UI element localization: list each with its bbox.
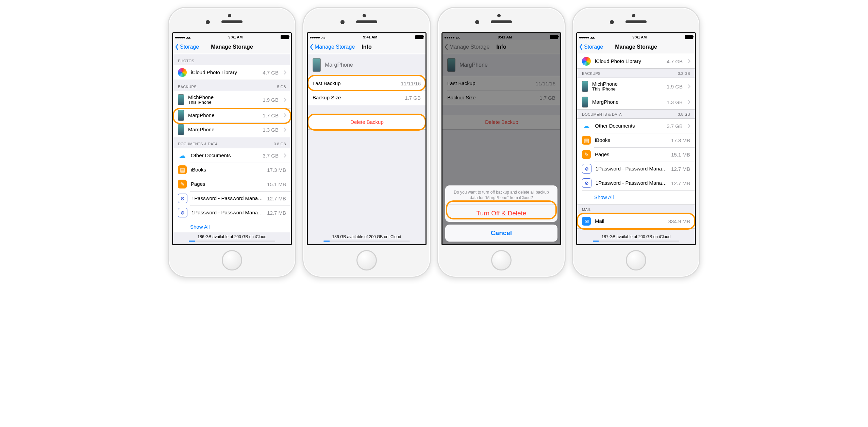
photos-icon (178, 68, 187, 77)
phone-icon (178, 124, 184, 135)
screen-1: 9:41 AM Storage Manage Storage PHOTOS iC… (172, 32, 292, 245)
photos-icon (582, 57, 591, 66)
row-icloud-photo-library[interactable]: iCloud Photo Library 4.7 GB (577, 54, 695, 68)
chevron-right-icon (283, 127, 287, 132)
section-mail-header: MAIL (582, 208, 591, 212)
docs-row-other[interactable]: ☁ Other Documents 3.7 GB (173, 148, 291, 163)
ibooks-icon: ▤ (178, 165, 187, 174)
row-backup-size: Backup Size 1.7 GB (308, 91, 425, 105)
status-time: 9:41 AM (229, 35, 243, 39)
status-bar: 9:41 AM (173, 33, 291, 40)
phone-icon (178, 94, 184, 105)
onepassword-icon: ⊘ (178, 194, 187, 203)
content-1: PHOTOS iCloud Photo Library 4.7 GB BACKU… (173, 54, 291, 244)
onepassword-icon: ⊘ (178, 208, 187, 217)
page-title: Manage Storage (211, 44, 253, 50)
signal-icon (175, 35, 185, 39)
chevron-left-icon (579, 44, 583, 50)
status-bar: 9:41 AM (308, 33, 425, 40)
chevron-right-icon (687, 100, 691, 104)
chevron-right-icon (283, 113, 287, 118)
mail-icon: ✉ (582, 217, 591, 226)
phone-icon (313, 58, 321, 72)
status-time: 9:41 AM (363, 35, 378, 39)
phone-icon (178, 110, 184, 121)
backup-row-margphone-1[interactable]: MargPhone 1.7 GB (173, 108, 291, 122)
sheet-message: Do you want to turn off backup and delet… (445, 185, 557, 205)
section-backups-size: 5 GB (277, 85, 286, 89)
section-backups-header: BACKUPS (178, 85, 197, 89)
navbar: Storage Manage Storage (173, 40, 291, 54)
docs-row-1password-a[interactable]: ⊘ 1Password - Password Manager an... 12.… (173, 191, 291, 206)
device-frame-1: 9:41 AM Storage Manage Storage PHOTOS iC… (168, 7, 296, 278)
chevron-right-icon (283, 97, 287, 102)
section-docs-size: 3.8 GB (678, 112, 690, 116)
onepassword-icon: ⊘ (582, 164, 591, 174)
phone-icon (582, 81, 588, 92)
section-docs-size: 3.8 GB (274, 142, 286, 146)
docs-row-1password-b[interactable]: ⊘ 1Password - Password Manager an... 12.… (173, 206, 291, 220)
screen-3: 9:41 AM Manage Storage Info MargPhone La… (441, 32, 561, 245)
onepassword-icon: ⊘ (582, 178, 591, 188)
battery-icon (281, 35, 289, 39)
backup-row-margphone[interactable]: MargPhone 1.3 GB (577, 95, 695, 109)
cloud-icon: ☁ (178, 151, 187, 160)
chevron-right-icon (283, 70, 287, 75)
pages-icon: ✎ (582, 150, 591, 159)
page-title: Info (362, 44, 371, 50)
chevron-right-icon (687, 59, 691, 64)
chevron-right-icon (283, 153, 287, 158)
device-frame-3: 9:41 AM Manage Storage Info MargPhone La… (437, 7, 566, 278)
storage-footer: 187 GB available of 200 GB on iCloud (577, 232, 695, 244)
delete-backup-button[interactable]: Delete Backup (308, 115, 425, 129)
page-title: Manage Storage (615, 44, 657, 50)
mail-row[interactable]: ✉ Mail 334.9 MB (577, 214, 695, 228)
show-all-button[interactable]: Show All (577, 190, 695, 204)
row-last-backup: Last Backup 11/11/16 (308, 76, 425, 91)
show-all-button[interactable]: Show All (173, 220, 291, 234)
back-button[interactable]: Storage (579, 40, 603, 54)
turn-off-delete-button[interactable]: Turn Off & Delete (445, 205, 557, 222)
wifi-icon (186, 36, 190, 39)
home-button[interactable] (222, 250, 242, 270)
storage-footer: 186 GB available of 200 GB on iCloud (308, 232, 425, 244)
docs-row-ibooks[interactable]: ▤ iBooks 17.3 MB (173, 163, 291, 177)
backup-row-michphone[interactable]: MichPhoneThis iPhone 1.9 GB (173, 91, 291, 108)
section-backups-header: BACKUPS (582, 71, 601, 76)
device-header: MargPhone (308, 54, 425, 76)
pages-icon: ✎ (178, 180, 187, 188)
home-button[interactable] (491, 250, 512, 270)
device-frame-4: 9:41 AM Storage Manage Storage iCloud Ph… (572, 7, 700, 278)
home-button[interactable] (356, 250, 377, 270)
section-docs-header: DOCUMENTS & DATA (582, 112, 622, 116)
status-time: 9:41 AM (633, 35, 647, 39)
docs-row-ibooks[interactable]: ▤ iBooks17.3 MB (577, 133, 695, 147)
backup-row-margphone-2[interactable]: MargPhone 1.3 GB (173, 122, 291, 137)
row-icloud-photo-library[interactable]: iCloud Photo Library 4.7 GB (173, 65, 291, 80)
screen-4: 9:41 AM Storage Manage Storage iCloud Ph… (576, 32, 696, 245)
device-frame-2: 9:41 AM Manage Storage Info MargPhone La… (302, 7, 431, 278)
section-backups-size: 3.2 GB (678, 71, 690, 76)
docs-row-1password-a[interactable]: ⊘ 1Password - Password Manager an...12.7… (577, 162, 695, 176)
docs-row-pages[interactable]: ✎ Pages15.1 MB (577, 147, 695, 162)
section-photos-header: PHOTOS (178, 59, 194, 63)
screen-2: 9:41 AM Manage Storage Info MargPhone La… (307, 32, 427, 245)
docs-row-1password-b[interactable]: ⊘ 1Password - Password Manager an...12.7… (577, 176, 695, 190)
chevron-left-icon (309, 44, 314, 50)
cancel-button[interactable]: Cancel (445, 225, 557, 242)
phone-icon (582, 97, 588, 108)
ibooks-icon: ▤ (582, 136, 591, 145)
cloud-icon: ☁ (582, 121, 591, 130)
home-button[interactable] (626, 250, 646, 270)
section-docs-header: DOCUMENTS & DATA (178, 142, 218, 146)
chevron-right-icon (687, 84, 691, 89)
docs-row-pages[interactable]: ✎ Pages 15.1 MB (173, 177, 291, 191)
chevron-left-icon (174, 44, 179, 50)
storage-footer: 186 GB available of 200 GB on iCloud (173, 232, 291, 244)
action-sheet: Do you want to turn off backup and delet… (443, 183, 560, 244)
back-button[interactable]: Manage Storage (309, 40, 355, 54)
back-button[interactable]: Storage (174, 40, 199, 54)
docs-row-other[interactable]: ☁ Other Documents3.7 GB (577, 119, 695, 133)
backup-row-michphone[interactable]: MichPhoneThis iPhone 1.9 GB (577, 78, 695, 95)
